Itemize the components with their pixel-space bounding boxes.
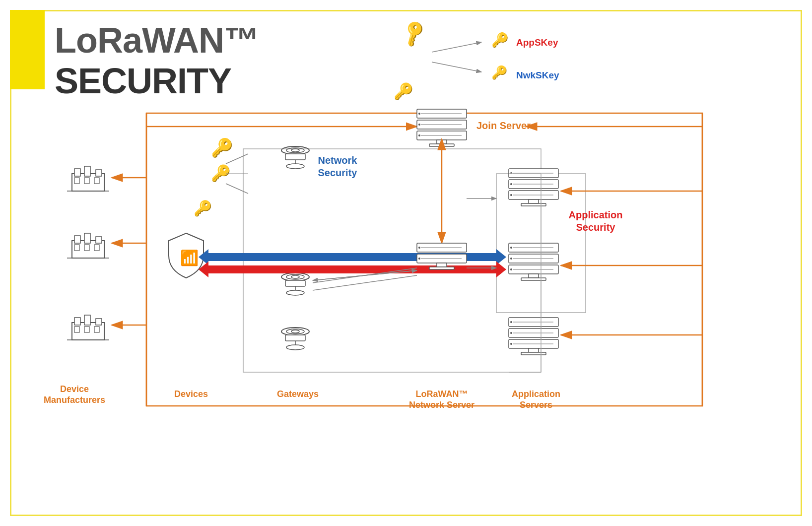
arrow-to-nwkskey [432, 62, 481, 72]
gateway-mid-icon [281, 273, 309, 295]
svg-rect-98 [94, 327, 99, 332]
appskey-icon: 🔑 [491, 32, 509, 48]
svg-point-62 [510, 268, 512, 270]
svg-point-40 [418, 258, 420, 260]
svg-text:🔑: 🔑 [398, 17, 430, 49]
svg-text:🔑: 🔑 [211, 164, 231, 183]
gateway-bottom-icon [281, 328, 309, 350]
svg-point-56 [510, 247, 512, 249]
appskey-label: AppSKey [516, 37, 558, 48]
svg-rect-52 [529, 199, 539, 203]
svg-rect-87 [96, 237, 102, 243]
svg-text:🔑: 🔑 [211, 137, 233, 158]
svg-point-34 [286, 345, 304, 350]
lorawan-ns-label: LoRaWAN™ [416, 389, 468, 399]
app-security-label: Application [569, 209, 623, 220]
device-manufacturers-label2: Manufacturers [44, 395, 105, 405]
svg-point-37 [418, 247, 420, 249]
svg-point-31 [291, 330, 299, 333]
svg-point-25 [291, 275, 299, 278]
network-security-label: Network [318, 155, 358, 166]
svg-rect-32 [285, 335, 305, 341]
lorawan-ns-label2: Network Server [409, 400, 474, 410]
key-red-device-icon: 🔑 [211, 137, 233, 158]
svg-rect-78 [84, 166, 90, 176]
svg-point-4 [418, 113, 420, 115]
svg-rect-79 [96, 170, 102, 176]
key-fork-line2 [226, 184, 248, 194]
gateways-label: Gateways [277, 389, 319, 399]
svg-rect-88 [74, 245, 79, 251]
svg-point-10 [418, 134, 420, 136]
svg-rect-95 [96, 319, 102, 325]
svg-rect-97 [84, 327, 89, 332]
svg-rect-74 [529, 348, 539, 352]
main-diagram: 🔑 🔑 AppSKey 🔑 NwkSKey 🔑 Join Server [0, 0, 812, 526]
svg-rect-90 [94, 245, 99, 251]
svg-point-51 [510, 194, 512, 196]
svg-point-70 [510, 332, 512, 334]
factory-bottom-icon [67, 315, 109, 340]
key-blue-device-icon: 🔑 [211, 164, 231, 183]
red-arrow-head [496, 262, 506, 277]
svg-rect-89 [84, 245, 89, 251]
svg-text:🔑: 🔑 [194, 199, 212, 217]
svg-point-19 [291, 149, 299, 152]
devices-label: Devices [174, 389, 208, 399]
svg-rect-75 [521, 352, 546, 355]
svg-rect-26 [285, 280, 305, 286]
svg-text:📶: 📶 [180, 249, 199, 267]
svg-point-28 [286, 290, 304, 295]
svg-point-7 [418, 124, 420, 126]
svg-point-59 [510, 258, 512, 260]
svg-rect-81 [84, 178, 89, 184]
app-server-mid-icon [509, 243, 558, 280]
app-server-bottom-icon [509, 318, 558, 355]
device-shield-icon: 📶 [169, 233, 203, 278]
factory-top-icon [67, 166, 109, 191]
blue-arrow-head [496, 249, 506, 265]
device-manufacturers-label: Device [60, 384, 89, 394]
svg-text:🔑: 🔑 [394, 82, 413, 101]
app-security-label2: Security [576, 222, 616, 233]
svg-rect-96 [74, 327, 79, 332]
svg-rect-41 [437, 263, 447, 267]
svg-point-67 [510, 321, 512, 323]
svg-rect-11 [437, 140, 447, 144]
svg-rect-63 [529, 274, 539, 278]
join-server-label: Join Server [476, 120, 531, 131]
app-servers-label: Application [512, 389, 560, 399]
svg-rect-80 [74, 178, 79, 184]
nwkskey-icon: 🔑 [491, 65, 508, 80]
join-server-icon [417, 109, 467, 146]
gateway-top-icon [281, 146, 309, 169]
app-server-top-icon [509, 169, 558, 206]
nwkskey-label: NwkSKey [516, 70, 559, 80]
svg-rect-93 [74, 318, 80, 325]
network-security-label2: Security [318, 167, 358, 178]
svg-rect-12 [429, 144, 454, 146]
svg-point-48 [510, 183, 512, 185]
svg-rect-86 [84, 233, 90, 243]
gw-ns-arrow2 [313, 275, 417, 290]
key-gray-icon: 🔑 [394, 82, 413, 101]
arrow-to-appskey [432, 42, 481, 52]
svg-rect-42 [429, 267, 454, 269]
svg-point-73 [510, 343, 512, 345]
factory-mid-icon [67, 233, 109, 258]
svg-rect-20 [285, 154, 305, 160]
svg-point-22 [286, 164, 304, 169]
app-servers-label2: Servers [520, 400, 552, 410]
svg-rect-77 [74, 169, 80, 176]
key-red-top-icon: 🔑 [398, 17, 430, 49]
key-gray-device-icon: 🔑 [194, 199, 212, 217]
svg-rect-64 [521, 278, 546, 280]
svg-rect-94 [84, 315, 90, 325]
svg-rect-85 [74, 236, 80, 243]
svg-rect-82 [94, 178, 99, 184]
svg-rect-53 [521, 203, 546, 206]
